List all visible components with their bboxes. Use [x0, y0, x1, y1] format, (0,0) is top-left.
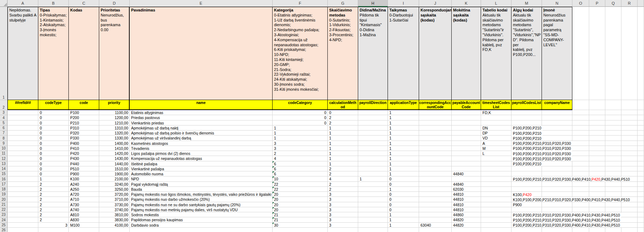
column-header-P[interactable]: P	[589, 0, 605, 7]
cell-P3[interactable]	[589, 110, 605, 115]
header-note-cell-C1[interactable]: Kodas	[69, 7, 99, 100]
cell-N7[interactable]	[542, 131, 572, 136]
column-header-O[interactable]: O	[572, 0, 589, 7]
column-header-partial[interactable]	[638, 0, 644, 7]
cell-L4[interactable]	[481, 115, 511, 120]
cell-X21[interactable]	[638, 202, 644, 207]
value-cell-I20[interactable]: 0	[388, 197, 419, 202]
cell-L23[interactable]	[481, 212, 511, 217]
value-cell-L8[interactable]: VD	[481, 136, 511, 141]
cell-P22[interactable]	[589, 207, 605, 212]
value-cell-L10[interactable]: M	[481, 146, 511, 151]
cell-P17[interactable]	[589, 182, 605, 187]
value-cell-B6[interactable]: 0	[38, 126, 69, 131]
cell-P5[interactable]	[589, 120, 605, 126]
value-cell-C22[interactable]: A740	[69, 207, 99, 212]
cell-K5[interactable]	[452, 120, 481, 126]
row-header-15[interactable]: 15	[0, 171, 8, 176]
value-cell-F7[interactable]: 1	[273, 131, 328, 136]
value-cell-D21[interactable]: 3730,00	[99, 202, 130, 207]
row-header-17[interactable]: 17	[0, 182, 8, 187]
value-cell-E16[interactable]: NPD	[130, 176, 273, 181]
value-cell-K25[interactable]: 44820	[452, 223, 481, 228]
cell-R3[interactable]	[621, 110, 638, 115]
row-header-1[interactable]: 1	[0, 7, 8, 100]
cell-A15[interactable]	[8, 171, 38, 176]
cell-Q17[interactable]	[605, 182, 621, 187]
cell-Q19[interactable]	[605, 192, 621, 197]
cell-P4[interactable]	[589, 115, 605, 120]
value-cell-L11[interactable]: L	[481, 151, 511, 156]
header-note-cell-I1[interactable]: Taikymas0-Darbuotojui 1-Sutarčiai	[388, 7, 419, 100]
value-cell-G23[interactable]: 3	[328, 212, 358, 217]
cell-J4[interactable]	[419, 115, 452, 120]
value-cell-D11[interactable]: 1420,00	[99, 151, 130, 156]
value-cell-G17[interactable]: 2	[328, 182, 358, 187]
cell-H19[interactable]	[358, 192, 388, 197]
value-cell-B11[interactable]: 0	[38, 151, 69, 156]
column-header-F[interactable]: F	[273, 0, 328, 7]
cell-H5[interactable]	[358, 120, 388, 126]
cell-X16[interactable]	[638, 176, 644, 181]
cell-X2[interactable]	[638, 100, 644, 110]
cell-Q5[interactable]	[605, 120, 621, 126]
cell-P9[interactable]	[589, 141, 605, 146]
value-cell-F6[interactable]: 1	[273, 126, 328, 131]
value-cell-D5[interactable]: 1210,00	[99, 120, 130, 126]
cell-Q2[interactable]	[605, 100, 621, 110]
cell-J24[interactable]	[419, 217, 452, 222]
cell-M14[interactable]	[511, 166, 542, 171]
cell-R6[interactable]	[621, 126, 638, 131]
value-cell-F22[interactable]: 20	[273, 207, 328, 212]
value-cell-D18[interactable]: 3250,00	[99, 187, 130, 192]
cell-R21[interactable]	[621, 202, 638, 207]
row-header-25[interactable]: 25	[0, 223, 8, 228]
value-cell-F5[interactable]: 0	[273, 120, 328, 126]
cell-A24[interactable]	[8, 217, 38, 222]
value-cell-K24[interactable]: 44820	[452, 217, 481, 222]
value-cell-F18[interactable]: 22	[273, 187, 328, 192]
value-cell-D14[interactable]: 1510,00	[99, 166, 130, 171]
value-cell-L3[interactable]: FD,K	[481, 110, 511, 115]
cell-N3[interactable]	[542, 110, 572, 115]
value-cell-E14[interactable]: Vienkartinė pašalpa	[130, 166, 273, 171]
cell-N5[interactable]	[542, 120, 572, 126]
cell-Q22[interactable]	[605, 207, 621, 212]
value-cell-D20[interactable]: 3710,00	[99, 197, 130, 202]
cell-F26[interactable]	[273, 228, 328, 232]
column-header-C[interactable]: C	[69, 0, 99, 7]
value-cell-B10[interactable]: 0	[38, 146, 69, 151]
cell-O15[interactable]	[572, 171, 589, 176]
cell-K6[interactable]	[452, 126, 481, 131]
cell-P12[interactable]	[589, 156, 605, 161]
cell-H24[interactable]	[358, 217, 388, 222]
value-cell-F4[interactable]: 0	[273, 115, 328, 120]
cell-G26[interactable]	[328, 228, 358, 232]
cell-L26[interactable]	[481, 228, 511, 232]
value-cell-E4[interactable]: Priedas pastovus	[130, 115, 273, 120]
value-cell-G16[interactable]: 4	[328, 176, 358, 181]
column-header-B[interactable]: B	[38, 0, 69, 7]
value-cell-D22[interactable]: 3740,00	[99, 207, 130, 212]
field-name-cell-J2[interactable]: correspondingAcc ountCode	[419, 100, 452, 110]
cell-N8[interactable]	[542, 136, 572, 141]
value-cell-I9[interactable]: 1	[388, 141, 419, 146]
cell-J12[interactable]	[419, 156, 452, 161]
value-cell-F14[interactable]: 6	[273, 166, 328, 171]
row-header-14[interactable]: 14	[0, 166, 8, 171]
value-cell-G19[interactable]: 3	[328, 192, 358, 197]
value-cell-K18[interactable]: 62030	[452, 187, 481, 192]
cell-X20[interactable]	[638, 197, 644, 202]
cell-R25[interactable]	[621, 223, 638, 228]
cell-L25[interactable]	[481, 223, 511, 228]
value-cell-C23[interactable]: A810	[69, 212, 99, 217]
value-cell-C12[interactable]: P430	[69, 156, 99, 161]
value-cell-B20[interactable]: 2	[38, 197, 69, 202]
cell-H15[interactable]	[358, 171, 388, 176]
value-cell-G11[interactable]: 1	[328, 151, 358, 156]
cell-X14[interactable]	[638, 166, 644, 171]
value-cell-K20[interactable]: 44810	[452, 197, 481, 202]
cell-X22[interactable]	[638, 207, 644, 212]
field-name-cell-I2[interactable]: applicationType	[388, 100, 419, 110]
cell-A9[interactable]	[8, 141, 38, 146]
